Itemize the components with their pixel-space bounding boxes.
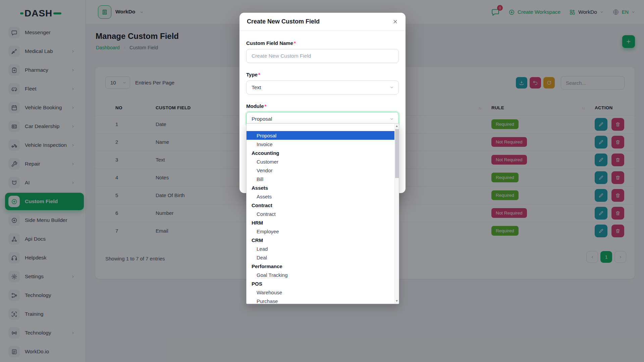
scrollbar-thumb[interactable] <box>395 129 399 178</box>
modal-title: Create New Custom Field <box>247 18 320 25</box>
dropdown-option-blank[interactable] <box>247 124 394 131</box>
dropdown-group-pos: POS <box>247 279 394 288</box>
close-modal-button[interactable] <box>392 19 398 24</box>
dropdown-option-proposal[interactable]: Proposal <box>247 131 394 140</box>
type-label: Type* <box>246 72 399 77</box>
dropdown-option-deal[interactable]: Deal <box>247 253 394 262</box>
chevron-down-icon <box>389 85 394 90</box>
dropdown-group-performance: Performance <box>247 262 394 270</box>
type-select[interactable]: Text <box>246 80 399 95</box>
dropdown-group-contract: Contract <box>247 201 394 209</box>
dropdown-scrollbar[interactable]: ▲ ▼ <box>394 124 399 304</box>
dropdown-option-contract[interactable]: Contract <box>247 209 394 218</box>
custom-field-name-input[interactable] <box>246 49 399 63</box>
custom-field-name-label: Custom Field Name* <box>246 40 399 46</box>
dropdown-group-crm: CRM <box>247 236 394 244</box>
dropdown-option-invoice[interactable]: Invoice <box>247 140 394 148</box>
dropdown-group-assets: Assets <box>247 183 394 192</box>
dropdown-group-accounting: Accounting <box>247 148 394 157</box>
scroll-down-arrow[interactable]: ▼ <box>395 299 399 303</box>
dropdown-option-lead[interactable]: Lead <box>247 244 394 253</box>
module-dropdown-list: ProposalInvoiceAccountingCustomerVendorB… <box>246 123 399 304</box>
module-options: ProposalInvoiceAccountingCustomerVendorB… <box>247 124 394 304</box>
scroll-up-arrow[interactable]: ▲ <box>395 124 399 128</box>
dropdown-option-goal-tracking[interactable]: Goal Tracking <box>247 270 394 279</box>
type-select-value: Text <box>252 84 261 90</box>
dropdown-option-warehouse[interactable]: Warehouse <box>247 288 394 297</box>
dropdown-option-customer[interactable]: Customer <box>247 157 394 166</box>
dropdown-option-purchase[interactable]: Purchase <box>247 297 394 304</box>
close-icon <box>392 19 398 24</box>
dropdown-option-employee[interactable]: Employee <box>247 227 394 236</box>
dropdown-option-bill[interactable]: Bill <box>247 175 394 183</box>
dropdown-group-hrm: HRM <box>247 218 394 227</box>
module-select-value: Proposal <box>252 116 272 122</box>
dropdown-option-assets[interactable]: Assets <box>247 192 394 201</box>
module-label: Module* <box>246 103 399 109</box>
dropdown-option-vendor[interactable]: Vendor <box>247 166 394 175</box>
chevron-down-icon <box>389 117 394 121</box>
